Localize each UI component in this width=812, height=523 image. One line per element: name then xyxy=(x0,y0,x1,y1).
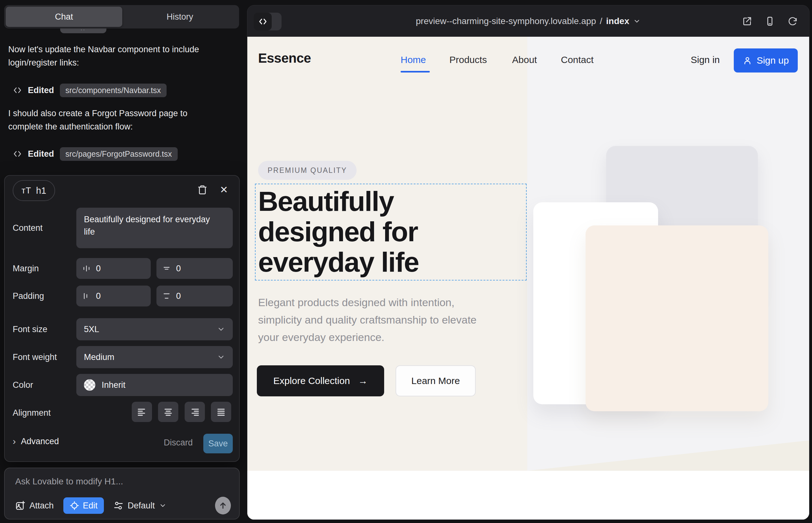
edit-mode-button[interactable]: Edit xyxy=(63,497,104,514)
chat-message: Now let's update the Navbar component to… xyxy=(8,43,205,70)
chevron-down-icon xyxy=(217,325,225,333)
attach-button[interactable]: Attach xyxy=(15,501,54,511)
code-toggle-active-segment[interactable] xyxy=(254,13,272,30)
quality-badge: PREMIUM QUALITY xyxy=(258,161,357,180)
smartphone-icon xyxy=(765,16,775,26)
align-center-button[interactable] xyxy=(158,402,178,422)
type-icon: тT xyxy=(21,186,31,196)
file-path-chip[interactable]: src/components/Navbar.tsx xyxy=(60,84,167,97)
code-preview-toggle[interactable] xyxy=(254,13,282,30)
external-link-icon xyxy=(742,16,752,26)
font-weight-label: Font weight xyxy=(13,353,57,362)
preview-panel: preview--charming-site-symphony.lovable.… xyxy=(247,5,810,520)
hero-heading[interactable]: Beautifully designed for everyday life xyxy=(258,186,480,277)
font-weight-value: Medium xyxy=(84,353,114,362)
scrolled-chip: ·· xyxy=(60,29,106,33)
prompt-toolbar: Attach Edit Default xyxy=(15,497,166,514)
close-editor-button[interactable]: ✕ xyxy=(217,183,231,197)
chat-history-tabbar: Chat History xyxy=(4,5,239,29)
site-content: Essence Home Products About Contact Sign… xyxy=(247,37,810,520)
url-domain: preview--charming-site-symphony.lovable.… xyxy=(416,16,596,26)
sliders-icon xyxy=(113,501,124,511)
nav-link-contact[interactable]: Contact xyxy=(561,54,594,65)
file-path-chip[interactable]: src/pages/ForgotPassword.tsx xyxy=(60,147,178,161)
edited-file-row: Edited src/components/Navbar.tsx xyxy=(13,83,166,97)
padding-x-icon xyxy=(82,292,91,301)
align-left-button[interactable] xyxy=(132,402,152,422)
chevron-down-icon xyxy=(217,353,225,361)
color-label: Color xyxy=(13,380,33,390)
content-label: Content xyxy=(13,223,43,233)
default-mode-button[interactable]: Default xyxy=(113,501,166,511)
delete-element-button[interactable] xyxy=(195,183,209,197)
padding-y-value: 0 xyxy=(176,291,181,301)
chevron-down-icon[interactable] xyxy=(633,17,641,25)
font-weight-select[interactable]: Medium xyxy=(76,346,233,368)
crosshair-icon xyxy=(70,501,79,510)
edited-file-row: Edited src/pages/ForgotPassword.tsx xyxy=(13,147,178,161)
url-separator: / xyxy=(600,16,602,26)
discard-button[interactable]: Discard xyxy=(164,438,193,448)
trash-icon xyxy=(197,184,208,195)
nav-link-products[interactable]: Products xyxy=(449,54,487,65)
hero-paragraph: Elegant products designed with intention… xyxy=(258,294,483,346)
align-left-icon xyxy=(137,407,147,417)
nav-link-home[interactable]: Home xyxy=(401,54,426,65)
url-path[interactable]: index xyxy=(606,16,629,26)
element-editor-panel: тT h1 ✕ Content Beautifully designed for… xyxy=(4,175,240,462)
chevron-down-icon xyxy=(159,502,166,509)
tab-history[interactable]: History xyxy=(122,7,237,27)
decor-card-cream xyxy=(586,226,768,411)
align-justify-button[interactable] xyxy=(211,402,231,422)
save-label: Save xyxy=(208,439,228,449)
refresh-icon xyxy=(788,16,798,26)
color-field[interactable]: Inherit xyxy=(76,374,233,396)
padding-y-input[interactable]: 0 xyxy=(156,286,233,306)
edited-label: Edited xyxy=(28,149,54,159)
save-button[interactable]: Save xyxy=(203,434,233,453)
element-tag-pill[interactable]: тT h1 xyxy=(13,180,55,201)
site-next-section xyxy=(247,471,810,520)
font-size-label: Font size xyxy=(13,325,48,334)
close-icon: ✕ xyxy=(220,184,228,196)
signin-link[interactable]: Sign in xyxy=(691,54,720,65)
padding-y-icon xyxy=(162,292,171,301)
nav-active-underline xyxy=(401,71,430,72)
font-size-select[interactable]: 5XL xyxy=(76,318,233,340)
attach-label: Attach xyxy=(30,501,54,511)
font-size-value: 5XL xyxy=(84,325,99,334)
url-display: preview--charming-site-symphony.lovable.… xyxy=(247,5,809,37)
prompt-input[interactable]: Ask Lovable to modify H1... xyxy=(15,476,123,487)
send-button[interactable] xyxy=(215,497,231,515)
advanced-toggle[interactable]: › Advanced xyxy=(13,436,59,447)
advanced-label: Advanced xyxy=(21,437,59,446)
margin-x-icon xyxy=(82,264,91,273)
site-brand[interactable]: Essence xyxy=(258,51,311,66)
signup-label: Sign up xyxy=(757,55,789,66)
margin-x-input[interactable]: 0 xyxy=(76,258,151,279)
margin-label: Margin xyxy=(13,264,39,273)
color-value: Inherit xyxy=(102,380,125,390)
chat-message: I should also create a Forgot Password p… xyxy=(8,107,205,133)
content-field[interactable]: Beautifully designed for everyday life xyxy=(76,208,233,248)
mobile-view-button[interactable] xyxy=(764,16,776,27)
tab-chat-label: Chat xyxy=(55,12,73,22)
margin-y-input[interactable]: 0 xyxy=(156,258,233,279)
signup-button[interactable]: Sign up xyxy=(734,49,798,72)
alignment-label: Alignment xyxy=(13,408,51,418)
padding-label: Padding xyxy=(13,291,44,301)
nav-link-about[interactable]: About xyxy=(512,54,537,65)
element-tag-label: h1 xyxy=(36,185,46,196)
padding-x-input[interactable]: 0 xyxy=(76,286,151,306)
tab-chat[interactable]: Chat xyxy=(6,7,122,27)
margin-y-icon xyxy=(162,264,171,273)
arrow-right-icon: → xyxy=(358,376,368,386)
align-right-button[interactable] xyxy=(184,402,205,422)
open-external-button[interactable] xyxy=(741,16,753,27)
learn-more-button[interactable]: Learn More xyxy=(395,365,476,396)
content-field-value: Beautifully designed for everyday life xyxy=(84,213,211,238)
code-icon xyxy=(13,149,22,159)
code-icon xyxy=(258,17,268,26)
refresh-button[interactable] xyxy=(787,16,798,27)
explore-collection-button[interactable]: Explore Collection → xyxy=(257,365,384,396)
